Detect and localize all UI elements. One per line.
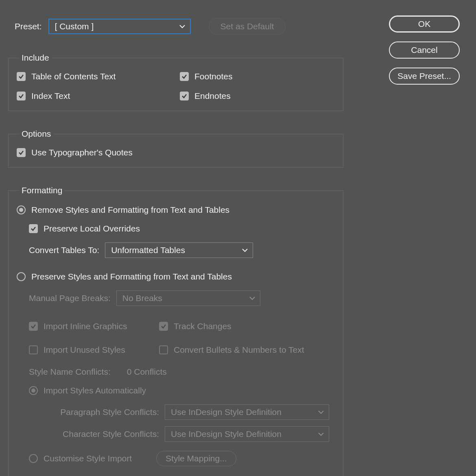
save-preset-button[interactable]: Save Preset... (389, 68, 460, 85)
preserve-overrides-label: Preserve Local Overrides (44, 224, 140, 234)
style-conflicts-label: Style Name Conflicts: (29, 367, 111, 377)
convert-tables-label: Convert Tables To: (29, 245, 99, 255)
character-conflicts-value: Use InDesign Style Definition (171, 429, 282, 439)
chevron-down-icon (249, 295, 256, 302)
character-conflicts-dropdown: Use InDesign Style Definition (165, 426, 329, 442)
preserve-styles-label: Preserve Styles and Formatting from Text… (31, 272, 232, 282)
typographer-quotes-checkbox[interactable] (17, 148, 26, 157)
preset-dropdown[interactable]: [ Custom ] (48, 19, 191, 34)
convert-bullets-label: Convert Bullets & Numbers to Text (174, 345, 304, 355)
typographer-quotes-label: Use Typographer's Quotes (31, 148, 133, 157)
track-changes-label: Track Changes (174, 321, 231, 331)
formatting-group: Formatting Remove Styles and Formatting … (8, 186, 343, 476)
import-inline-checkbox (29, 322, 38, 331)
preset-value: [ Custom ] (55, 22, 94, 31)
index-label: Index Text (31, 91, 70, 101)
ok-button[interactable]: OK (389, 15, 460, 33)
page-breaks-value: No Breaks (122, 293, 162, 303)
track-changes-checkbox (159, 322, 168, 331)
chevron-down-icon (179, 23, 186, 30)
toc-label: Table of Contents Text (31, 72, 116, 81)
chevron-down-icon (317, 430, 325, 438)
preset-label: Preset: (15, 22, 42, 31)
chevron-down-icon (317, 408, 325, 416)
options-legend: Options (19, 129, 53, 139)
footnotes-checkbox[interactable] (180, 72, 189, 81)
include-group: Include Table of Contents Text Footnotes… (8, 53, 343, 111)
toc-checkbox[interactable] (17, 72, 26, 81)
page-breaks-dropdown: No Breaks (116, 290, 260, 306)
convert-tables-value: Unformatted Tables (111, 245, 185, 255)
style-mapping-button: Style Mapping... (156, 451, 236, 466)
paragraph-conflicts-dropdown: Use InDesign Style Definition (165, 404, 329, 420)
remove-styles-label: Remove Styles and Formatting from Text a… (31, 205, 229, 215)
paragraph-conflicts-label: Paragraph Style Conflicts: (41, 407, 159, 417)
include-legend: Include (19, 53, 52, 63)
preserve-styles-radio[interactable] (17, 272, 26, 281)
customise-style-radio (29, 454, 38, 463)
customise-style-label: Customise Style Import (44, 454, 132, 463)
import-unused-checkbox (29, 345, 38, 354)
style-conflicts-value: 0 Conflicts (127, 367, 167, 377)
remove-styles-radio[interactable] (17, 205, 26, 214)
preserve-overrides-checkbox[interactable] (29, 224, 38, 233)
formatting-legend: Formatting (19, 186, 65, 195)
convert-tables-dropdown[interactable]: Unformatted Tables (105, 242, 253, 258)
convert-bullets-checkbox (159, 345, 168, 354)
set-as-default-button: Set as Default (209, 18, 286, 35)
options-group: Options Use Typographer's Quotes (8, 129, 343, 168)
import-auto-label: Import Styles Automatically (44, 386, 146, 395)
import-auto-radio (29, 386, 38, 395)
import-inline-label: Import Inline Graphics (44, 321, 127, 331)
page-breaks-label: Manual Page Breaks: (29, 293, 111, 303)
character-conflicts-label: Character Style Conflicts: (41, 429, 159, 439)
footnotes-label: Footnotes (194, 72, 232, 81)
index-checkbox[interactable] (17, 92, 26, 100)
endnotes-checkbox[interactable] (180, 92, 189, 100)
endnotes-label: Endnotes (194, 91, 231, 101)
import-unused-label: Import Unused Styles (44, 345, 125, 355)
paragraph-conflicts-value: Use InDesign Style Definition (171, 407, 282, 417)
cancel-button[interactable]: Cancel (389, 41, 460, 59)
chevron-down-icon (241, 247, 249, 254)
